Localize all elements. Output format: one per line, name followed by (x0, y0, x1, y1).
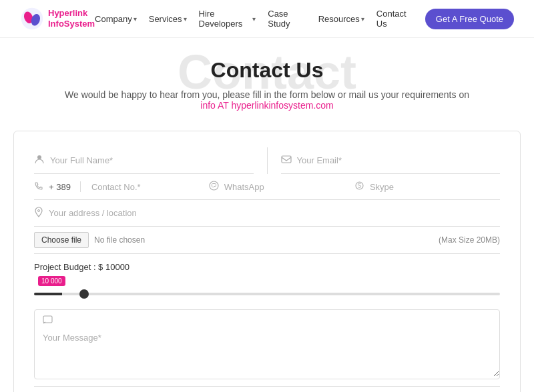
message-icon (43, 315, 53, 327)
email-icon (281, 154, 292, 167)
nav-case-study[interactable]: Case Study (268, 9, 306, 29)
svg-rect-7 (43, 316, 52, 323)
svg-point-6 (38, 210, 40, 212)
captcha-section: Please enter sum: 8 + 6 = (34, 386, 500, 392)
whatsapp-field (209, 174, 354, 200)
email-input[interactable] (297, 155, 501, 165)
slider-tooltip: 10 000 (38, 276, 65, 286)
logo[interactable]: Hyperlink InfoSystem (20, 7, 95, 31)
whatsapp-icon (209, 181, 219, 193)
skype-icon (354, 181, 364, 193)
contact-input[interactable] (91, 182, 209, 192)
email-field (281, 147, 501, 174)
file-name-label: No file chosen (94, 235, 145, 245)
whatsapp-input[interactable] (224, 182, 354, 192)
chevron-down-icon: ▾ (184, 15, 187, 23)
name-email-row (34, 147, 500, 174)
logo-text-line2: InfoSystem (48, 19, 95, 29)
hero-section: Contact Contact Us We would be happy to … (0, 38, 534, 117)
nav-contact-us[interactable]: Contact Us (376, 9, 413, 29)
chevron-down-icon: ▾ (361, 15, 364, 23)
budget-slider[interactable] (34, 293, 500, 295)
nav-hire-developers[interactable]: Hire Developers ▾ (199, 9, 256, 29)
chevron-down-icon: ▾ (252, 15, 256, 23)
contact-form: + 389 Choose file No file chosen (13, 131, 521, 392)
phone-row: + 389 (34, 174, 500, 200)
navbar: Hyperlink InfoSystem Company ▾ Services … (0, 0, 534, 38)
hero-email-link[interactable]: info AT hyperlinkinfosystem.com (200, 100, 333, 111)
nav-resources[interactable]: Resources ▾ (318, 14, 364, 24)
message-textarea[interactable] (35, 330, 499, 377)
message-section (34, 309, 500, 379)
budget-label: Project Budget : $ 10000 (34, 262, 500, 272)
skype-input[interactable] (370, 182, 500, 192)
address-input[interactable] (49, 208, 500, 218)
phone-field: + 389 (34, 174, 209, 200)
phone-prefix: + 389 (49, 182, 71, 192)
nav-links: Company ▾ Services ▾ Hire Developers ▾ C… (95, 9, 514, 29)
page-title: Contact Us (13, 58, 521, 83)
full-name-input[interactable] (50, 155, 254, 165)
address-row (34, 200, 500, 227)
choose-file-button[interactable]: Choose file (34, 232, 89, 248)
get-quote-button[interactable]: Get A Free Quote (425, 9, 514, 29)
hero-subtitle: We would be happy to hear from you, plea… (13, 89, 521, 100)
budget-section: Project Budget : $ 10000 10 000 (34, 254, 500, 303)
nav-company[interactable]: Company ▾ (95, 14, 137, 24)
location-icon (34, 207, 43, 219)
full-name-field (34, 147, 254, 174)
nav-services[interactable]: Services ▾ (149, 14, 187, 24)
svg-point-3 (37, 155, 41, 159)
svg-point-5 (210, 181, 218, 190)
user-icon (34, 154, 45, 167)
file-size-label: (Max Size 20MB) (439, 235, 500, 245)
phone-icon (34, 181, 43, 193)
logo-icon (20, 7, 44, 31)
chevron-down-icon: ▾ (134, 15, 137, 23)
logo-text-line1: Hyperlink (48, 8, 87, 18)
svg-rect-4 (282, 156, 291, 163)
skype-field (354, 174, 500, 200)
file-upload-row: Choose file No file chosen (Max Size 20M… (34, 227, 500, 254)
slider-wrapper: 10 000 (34, 276, 500, 297)
